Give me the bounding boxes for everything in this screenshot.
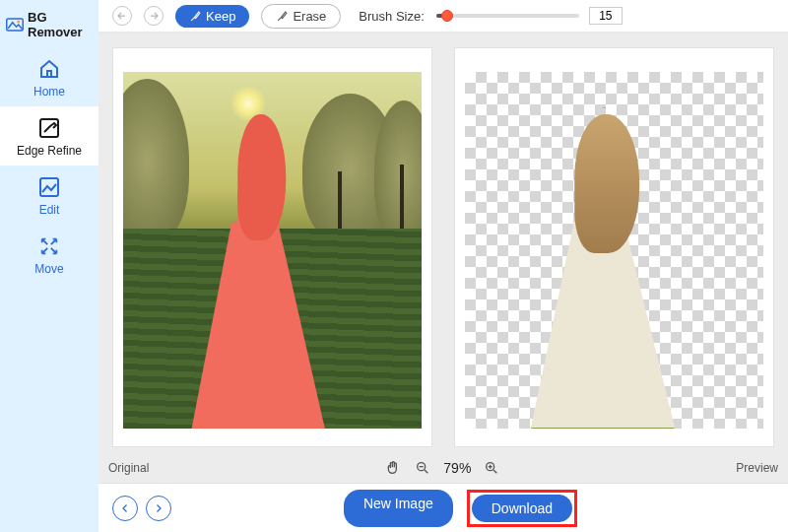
home-icon [37, 57, 61, 81]
footer: New Image Download [98, 483, 788, 532]
original-label: Original [108, 461, 149, 475]
sidebar-item-label: Edge Refine [17, 144, 82, 158]
preview-image[interactable] [465, 72, 763, 429]
zoom-in-button[interactable] [483, 459, 500, 477]
sidebar-item-label: Move [34, 262, 63, 276]
original-scene [123, 72, 422, 429]
pan-icon[interactable] [384, 459, 402, 477]
download-button[interactable]: Download [472, 495, 572, 522]
brush-size-slider[interactable]: 15 [436, 7, 623, 25]
workspace: Original 79% Preview [98, 33, 788, 532]
brush-size-label: Brush Size: [359, 9, 424, 24]
new-image-button[interactable]: New Image [344, 490, 453, 527]
status-bar: Original 79% Preview [98, 455, 788, 483]
app-brand: BG Remover [0, 4, 98, 47]
next-button[interactable] [146, 496, 171, 521]
zoom-level: 79% [443, 460, 471, 476]
toolbar: Keep Erase Brush Size: 15 [98, 0, 788, 33]
sidebar-item-label: Edit [39, 203, 60, 217]
main: Keep Erase Brush Size: 15 [98, 0, 788, 532]
slider-track[interactable] [436, 14, 579, 18]
panels [98, 33, 788, 455]
svg-line-10 [493, 470, 496, 473]
svg-line-6 [425, 470, 427, 473]
erase-button[interactable]: Erase [261, 4, 341, 29]
edit-icon [37, 175, 61, 199]
keep-label: Keep [206, 9, 235, 24]
redo-button[interactable] [144, 6, 164, 26]
original-image[interactable] [123, 72, 422, 429]
svg-point-1 [17, 21, 20, 24]
brush-size-value[interactable]: 15 [589, 7, 623, 25]
sidebar-item-move[interactable]: Move [0, 225, 98, 284]
keep-button[interactable]: Keep [175, 5, 249, 28]
edge-refine-icon [37, 116, 61, 140]
brand-icon [6, 18, 24, 32]
sidebar-item-home[interactable]: Home [0, 47, 98, 106]
undo-button[interactable] [112, 6, 132, 26]
zoom-out-button[interactable] [414, 459, 431, 477]
brand-label: BG Remover [28, 10, 93, 39]
zoom-controls: 79% [384, 459, 500, 477]
original-panel [112, 47, 432, 447]
prev-button[interactable] [112, 496, 138, 521]
download-highlight: Download [467, 490, 577, 527]
move-icon [37, 234, 61, 258]
sidebar: BG Remover Home Edge Refine Edit Move [0, 0, 98, 532]
preview-label: Preview [736, 461, 778, 475]
sidebar-item-label: Home [33, 85, 65, 99]
slider-thumb[interactable] [441, 10, 453, 22]
keep-mask-overlay [189, 114, 332, 429]
preview-panel [454, 47, 774, 447]
sidebar-item-edit[interactable]: Edit [0, 166, 98, 225]
sidebar-item-edge-refine[interactable]: Edge Refine [0, 106, 98, 166]
erase-label: Erase [293, 9, 326, 24]
